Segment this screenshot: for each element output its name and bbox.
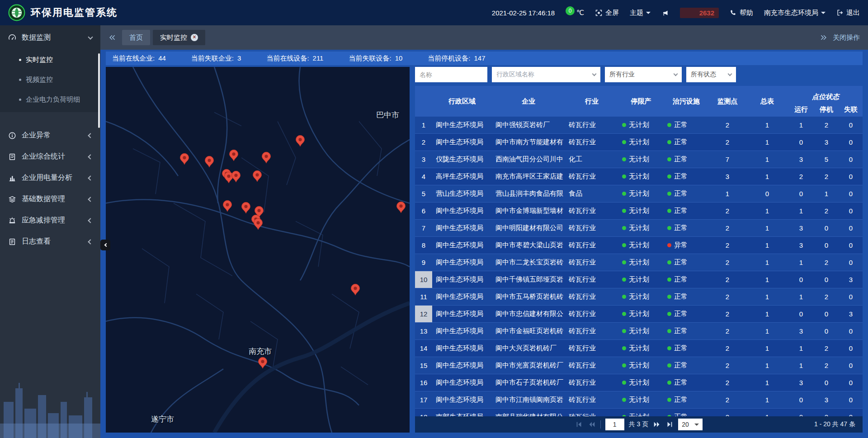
notice-count-badge[interactable]: 2632 xyxy=(680,8,719,18)
cell-offline: 0 xyxy=(839,203,863,219)
announcement-horn-icon[interactable] xyxy=(661,9,669,17)
cell-index: 18 xyxy=(415,409,432,416)
column-header-facility: 治污设施 xyxy=(664,86,709,117)
sidebar-scrollbar[interactable] xyxy=(98,53,100,128)
stat-item: 当前失联企业:3 xyxy=(191,54,241,63)
stat-label: 当前在线设备: xyxy=(266,54,309,63)
table-row[interactable]: 7阆中生态环境局阆中明阳建材有限公司砖瓦行业无计划正常21300 xyxy=(415,220,863,237)
map-pin[interactable] xyxy=(253,170,262,182)
table-row[interactable]: 16阆中生态环境局阆中市石子页岩机砖厂砖瓦行业无计划正常21300 xyxy=(415,374,863,391)
table-row[interactable]: 2阆中生态环境局阆中市南方节能建材有砖瓦行业无计划正常21030 xyxy=(415,134,863,151)
sidebar-group-4[interactable]: 企业用电量分析 xyxy=(0,167,100,188)
table-row[interactable]: 9阆中生态环境局阆中市二龙长宝页岩砖砖瓦行业无计划正常21120 xyxy=(415,254,863,271)
table-row[interactable]: 1阆中生态环境局阆中强锐页岩砖厂砖瓦行业无计划正常21120 xyxy=(415,117,863,134)
first-page-icon[interactable] xyxy=(575,420,583,429)
map-pin[interactable] xyxy=(259,357,267,368)
table-row[interactable]: 18南部生态环境局南部县瑞华建材有限公砖瓦行业无计划正常21030 xyxy=(415,409,863,416)
table-row[interactable]: 15阆中生态环境局阆中市光富页岩机砖厂砖瓦行业无计划正常21120 xyxy=(415,357,863,374)
page-size-select[interactable]: 20 xyxy=(678,419,703,430)
table-row[interactable]: 4高坪生态环境局南充市高坪区王家店建砖瓦行业无计划正常31220 xyxy=(415,168,863,185)
table-row[interactable]: 3仪陇生态环境局西南油气田分公司川中化工无计划正常71350 xyxy=(415,151,863,168)
cell-offline: 0 xyxy=(839,391,863,408)
cell-company: 南部县瑞华建材有限公 xyxy=(492,409,565,416)
stat-item: 当前在线设备:211 xyxy=(266,54,323,63)
map-pin[interactable] xyxy=(296,135,305,146)
cell-limit-status: 无计划 xyxy=(618,409,664,416)
last-page-icon[interactable] xyxy=(665,420,674,429)
status-dot-icon xyxy=(622,363,626,367)
table-row[interactable]: 8阆中生态环境局阆中市枣碧大梁山页岩砖瓦行业无计划异常21300 xyxy=(415,237,863,254)
pagination-bar: 共 3 页 20 1 - 20 共 47 条 xyxy=(415,416,863,433)
stat-value: 3 xyxy=(237,54,241,63)
close-operations-button[interactable]: 关闭操作 xyxy=(833,33,863,42)
cell-company: 阆中千佛镇五郎垭页岩 xyxy=(492,271,565,288)
status-dot-icon xyxy=(622,346,626,350)
cell-offline: 3 xyxy=(839,306,863,322)
sidebar-item[interactable]: 视频监控 xyxy=(0,70,100,89)
table-row[interactable]: 17阆中生态环境局阆中市江南镇阆南页岩砖瓦行业无计划正常21030 xyxy=(415,391,863,409)
name-filter-input[interactable] xyxy=(415,67,487,82)
map-panel[interactable]: 巴中市南充市遂宁市 xyxy=(106,67,410,433)
sidebar-group-2[interactable]: 企业异常 xyxy=(0,125,100,146)
map-pin[interactable] xyxy=(262,152,271,163)
map-pin[interactable] xyxy=(230,150,238,161)
table-row[interactable]: 12阆中生态环境局阆中市忠信建材有限公砖瓦行业无计划正常21003 xyxy=(415,306,863,323)
cell-index: 17 xyxy=(415,391,432,408)
map-pin[interactable] xyxy=(397,202,406,213)
tab-close-icon[interactable]: × xyxy=(191,34,198,41)
map-pin[interactable] xyxy=(242,202,250,213)
status-filter-select[interactable]: 所有状态 xyxy=(686,67,736,82)
sidebar-item[interactable]: 实时监控 xyxy=(0,50,100,70)
industry-filter-select[interactable]: 所有行业 xyxy=(605,67,682,82)
map-pin[interactable] xyxy=(351,284,360,295)
cell-index: 10 xyxy=(415,271,432,288)
table-row[interactable]: 13阆中生态环境局阆中市金福旺页岩机砖砖瓦行业无计划正常21300 xyxy=(415,323,863,340)
cell-facility-status: 正常 xyxy=(664,340,709,357)
next-page-icon[interactable] xyxy=(653,420,661,429)
sidebar-group-1[interactable]: 数据监测 xyxy=(0,25,100,50)
sidebar-item[interactable]: 企业电力负荷明细 xyxy=(0,89,100,109)
logout-button[interactable]: 退出 xyxy=(836,9,860,17)
theme-dropdown[interactable]: 主题 xyxy=(630,9,651,17)
table-row[interactable]: 11阆中生态环境局阆中市五马桥页岩机砖砖瓦行业无计划正常21120 xyxy=(415,288,863,306)
prev-page-icon[interactable] xyxy=(588,420,596,429)
cell-facility-status: 正常 xyxy=(664,288,709,305)
region-filter-select[interactable]: 行政区域名称 xyxy=(492,67,600,82)
cell-offline: 0 xyxy=(839,323,863,339)
table-row[interactable]: 14阆中生态环境局阆中大兴页岩机砖厂砖瓦行业无计划正常21120 xyxy=(415,340,863,357)
map-pin[interactable] xyxy=(225,172,233,183)
table-row[interactable]: 5营山生态环境局营山县润丰肉食品有限食品无计划正常10010 xyxy=(415,185,863,203)
sidebar-group-3[interactable]: 企业综合统计 xyxy=(0,146,100,167)
tab-home[interactable]: 首页 xyxy=(122,30,150,45)
org-dropdown[interactable]: 南充市生态环境局 xyxy=(764,9,826,17)
tab-realtime-monitor[interactable]: 实时监控 × xyxy=(153,30,205,45)
cell-monitor-points: 2 xyxy=(709,409,746,416)
map-pin[interactable] xyxy=(232,171,241,182)
chevron-left-icon xyxy=(104,243,108,247)
table-row[interactable]: 10阆中生态环境局阆中千佛镇五郎垭页岩砖瓦行业无计划正常21003 xyxy=(415,271,863,288)
tabs-scroll-left-icon[interactable] xyxy=(105,34,119,41)
table-row[interactable]: 6阆中生态环境局阆中市金博瑞新型墙材砖瓦行业无计划正常21120 xyxy=(415,203,863,220)
fullscreen-button[interactable]: 全屏 xyxy=(595,9,619,17)
column-header-offline: 失联 xyxy=(839,102,863,117)
collapse-map-handle[interactable] xyxy=(100,240,110,250)
app-root: 环保用电监管系统 2021-02-25 17:46:18 0 ℃ 全屏 主题 2… xyxy=(0,0,868,438)
app-title: 环保用电监管系统 xyxy=(31,6,118,19)
map-pin[interactable] xyxy=(254,218,263,230)
sidebar-group-7[interactable]: 日志查看 xyxy=(0,231,100,252)
tabs-scroll-right-icon[interactable] xyxy=(816,34,831,41)
sidebar-group-label: 企业异常 xyxy=(22,131,51,140)
page-number-input[interactable] xyxy=(605,419,624,430)
cell-running: 2 xyxy=(788,168,814,185)
sidebar-group-6[interactable]: 应急减排管理 xyxy=(0,210,100,231)
cell-offline: 0 xyxy=(839,185,863,202)
chevron-left-icon xyxy=(88,218,93,223)
map-pin[interactable] xyxy=(180,153,189,165)
sidebar-group-5[interactable]: 基础数据管理 xyxy=(0,188,100,210)
help-button[interactable]: 帮助 xyxy=(730,9,753,17)
stat-label: 当前停机设备: xyxy=(428,54,470,63)
map-pin[interactable] xyxy=(223,200,232,212)
map-pin[interactable] xyxy=(205,156,214,167)
cell-running: 3 xyxy=(788,151,814,168)
cell-region: 南部生态环境局 xyxy=(432,409,492,416)
